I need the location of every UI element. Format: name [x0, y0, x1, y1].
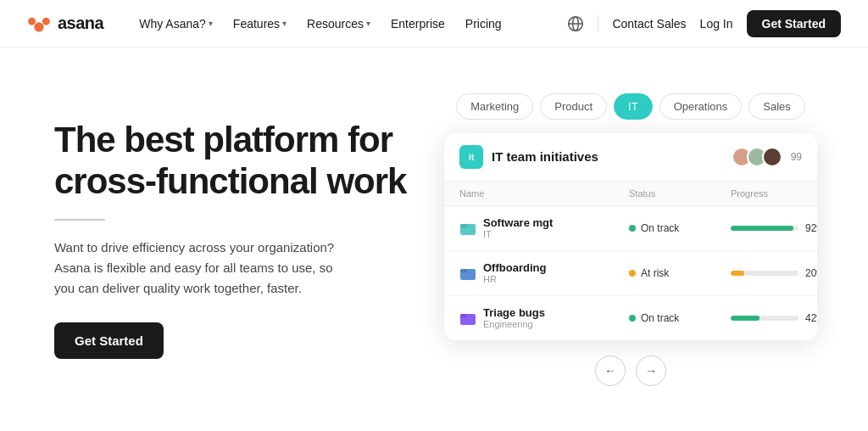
svg-point-2: [42, 17, 50, 25]
status-dot: [629, 270, 636, 277]
row-progress: 42%: [731, 312, 817, 324]
row-progress: 20%: [731, 267, 817, 279]
hero-left: The best platform for cross-functional w…: [54, 120, 410, 359]
navbar: asana Why Asana? ▾ Features ▾ Resources …: [0, 0, 868, 48]
chevron-down-icon: ▾: [366, 19, 370, 28]
main-content: The best platform for cross-functional w…: [0, 48, 868, 431]
chevron-down-icon: ▾: [209, 19, 213, 28]
row-status: At risk: [629, 267, 731, 279]
it-initiatives-card: it IT team initiatives 99 Name Status: [444, 133, 817, 340]
row-progress: 92%: [731, 222, 817, 234]
nav-enterprise[interactable]: Enterprise: [382, 12, 453, 36]
card-title: IT team initiatives: [492, 149, 598, 164]
row-name-cell: Offboarding HR: [459, 261, 629, 284]
avatar-group: [732, 147, 782, 167]
col-name: Name: [459, 188, 629, 199]
next-arrow-button[interactable]: →: [636, 355, 666, 386]
row-name-cell: Software mgt IT: [459, 216, 629, 239]
progress-bar-fill: [731, 271, 744, 276]
table-row: Software mgt IT On track 92%: [444, 206, 817, 251]
nav-divider: [598, 15, 598, 32]
svg-rect-9: [460, 269, 467, 272]
progress-bar-bg: [731, 226, 798, 231]
col-status: Status: [629, 188, 731, 199]
nav-right: Contact Sales Log In Get Started: [567, 10, 841, 37]
get-started-hero-button[interactable]: Get Started: [54, 322, 164, 359]
row-status: On track: [629, 312, 731, 324]
tab-operations[interactable]: Operations: [659, 93, 743, 120]
row-sub: Engineering: [483, 319, 545, 329]
tab-it[interactable]: IT: [614, 93, 653, 120]
status-dot: [629, 225, 636, 232]
card-header: it IT team initiatives 99: [444, 133, 817, 182]
progress-pct: 42%: [805, 312, 817, 324]
table-row: Triage bugs Engineering On track 42%: [444, 296, 817, 340]
nav-features[interactable]: Features ▾: [225, 12, 295, 36]
asana-logo-icon: [27, 12, 51, 36]
login-button[interactable]: Log In: [700, 17, 733, 31]
hero-divider: [54, 219, 105, 221]
progress-bar-fill: [731, 316, 760, 321]
row-status: On track: [629, 222, 731, 234]
nav-links: Why Asana? ▾ Features ▾ Resources ▾ Ente…: [131, 12, 567, 36]
hero-right: Marketing Product IT Operations Sales it…: [444, 93, 817, 386]
folder-icon: [459, 265, 476, 282]
logo-text: asana: [58, 14, 103, 33]
hero-subtext: Want to drive efficiency across your org…: [54, 238, 342, 299]
table-header: Name Status Progress Owner: [444, 182, 817, 206]
avatar-count: 99: [791, 151, 802, 163]
row-name: Offboarding: [483, 261, 546, 274]
svg-rect-7: [460, 224, 467, 227]
progress-bar-bg: [731, 316, 798, 321]
progress-bar-bg: [731, 271, 798, 276]
tab-product[interactable]: Product: [540, 93, 607, 120]
svg-point-1: [28, 17, 36, 25]
avatar: [762, 147, 782, 167]
row-name-cell: Triage bugs Engineering: [459, 306, 629, 329]
row-name: Software mgt: [483, 216, 553, 229]
tab-marketing[interactable]: Marketing: [456, 93, 533, 120]
progress-pct: 92%: [805, 222, 817, 234]
status-dot: [629, 315, 636, 322]
col-progress: Progress: [731, 188, 817, 199]
card-it-icon: it: [459, 145, 483, 169]
table-row: Offboarding HR At risk 20%: [444, 251, 817, 296]
card-header-left: it IT team initiatives: [459, 145, 598, 169]
nav-resources[interactable]: Resources ▾: [298, 12, 379, 36]
row-name: Triage bugs: [483, 306, 545, 319]
get-started-nav-button[interactable]: Get Started: [747, 10, 841, 37]
card-header-right: 99: [732, 147, 802, 167]
prev-arrow-button[interactable]: ←: [595, 355, 626, 386]
category-tabs: Marketing Product IT Operations Sales: [456, 93, 805, 120]
folder-icon: [459, 310, 476, 327]
svg-rect-11: [460, 314, 467, 317]
svg-point-0: [34, 22, 43, 31]
carousel-nav: ← →: [595, 355, 666, 386]
chevron-down-icon: ▾: [282, 19, 287, 28]
tab-sales[interactable]: Sales: [748, 93, 805, 120]
progress-bar-fill: [731, 226, 793, 231]
row-sub: IT: [483, 229, 553, 239]
contact-sales-button[interactable]: Contact Sales: [612, 17, 686, 31]
hero-headline: The best platform for cross-functional w…: [54, 120, 410, 202]
globe-icon[interactable]: [567, 15, 584, 32]
nav-pricing[interactable]: Pricing: [457, 12, 510, 36]
logo-link[interactable]: asana: [27, 12, 103, 36]
nav-why-asana[interactable]: Why Asana? ▾: [131, 12, 221, 36]
folder-icon: [459, 220, 476, 237]
row-sub: HR: [483, 274, 546, 284]
progress-pct: 20%: [805, 267, 817, 279]
